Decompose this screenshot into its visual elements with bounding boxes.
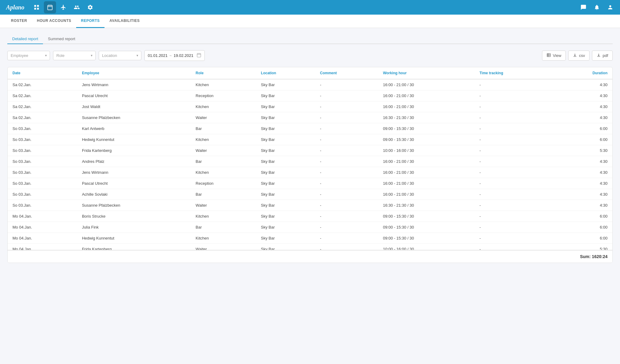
cell-role: Bar — [191, 156, 256, 167]
cell-employee: Susanne Pfalzbecken — [77, 200, 191, 211]
table-row: Mo 04.Jan.Frida KartenbergWaiterSky Bar-… — [8, 244, 612, 250]
cell-date: So 03.Jan. — [8, 134, 77, 145]
cell-date: Sa 02.Jan. — [8, 79, 77, 90]
pdf-button[interactable]: pdf — [592, 51, 613, 61]
cell-time-tracking: - — [475, 233, 554, 244]
cell-working-hour: 16:30 - 21:30 / 30 — [378, 112, 475, 123]
cell-working-hour: 09:00 - 15:30 / 30 — [378, 134, 475, 145]
view-button[interactable]: View — [542, 51, 566, 61]
cell-role: Bar — [191, 222, 256, 233]
svg-rect-12 — [547, 54, 551, 57]
date-from: 01.01.2021 — [148, 53, 168, 58]
cell-location: Sky Bar — [256, 156, 315, 167]
subnav-availabilities[interactable]: Availabilities — [105, 15, 144, 28]
report-tabs: Detailed report Summed report — [7, 34, 613, 44]
cell-employee: Julia Fink — [77, 222, 191, 233]
col-comment[interactable]: Comment — [315, 67, 378, 79]
table-row: So 03.Jan.Karl AntwerbBarSky Bar-09:00 -… — [8, 123, 612, 134]
cell-employee: Andres Pfalz — [77, 156, 191, 167]
cell-duration: 6:00 — [554, 134, 613, 145]
cell-employee: Pascal Utrecht — [77, 90, 191, 101]
cell-location: Sky Bar — [256, 112, 315, 123]
settings-icon[interactable] — [84, 1, 96, 13]
table-row: So 03.Jan.Pascal UtrechtReceptionSky Bar… — [8, 178, 612, 189]
col-working-hour[interactable]: Working hour — [378, 67, 475, 79]
location-filter-wrap: Location — [99, 51, 141, 60]
role-filter-wrap: Role — [53, 51, 96, 60]
cell-location: Sky Bar — [256, 189, 315, 200]
location-filter[interactable]: Location — [99, 51, 141, 60]
table-body: Sa 02.Jan.Jens WirtmannKitchenSky Bar-16… — [8, 79, 612, 250]
people-icon[interactable] — [71, 1, 83, 13]
view-icon — [547, 53, 551, 58]
chat-icon[interactable] — [577, 1, 590, 13]
cell-role: Kitchen — [191, 101, 256, 112]
cell-employee: Frida Kartenberg — [77, 145, 191, 156]
subnav-reports[interactable]: Reports — [76, 15, 105, 28]
cell-working-hour: 09:00 - 15:30 / 30 — [378, 123, 475, 134]
cell-comment: - — [315, 244, 378, 250]
csv-icon — [573, 53, 577, 58]
top-navigation: Aplano — [0, 0, 620, 15]
csv-button[interactable]: csv — [568, 51, 590, 61]
table-row: Mo 04.Jan.Boris StruckeKitchenSky Bar-09… — [8, 211, 612, 222]
col-duration[interactable]: Duration — [554, 67, 613, 79]
cell-time-tracking: - — [475, 101, 554, 112]
cell-comment: - — [315, 79, 378, 90]
tab-summed-report[interactable]: Summed report — [43, 34, 80, 44]
col-role[interactable]: Role — [191, 67, 256, 79]
table-scroll-area[interactable]: Date Employee Role Location Comment Work… — [8, 67, 612, 250]
subnav-hour-accounts[interactable]: Hour Accounts — [32, 15, 76, 28]
grid-icon[interactable] — [30, 1, 43, 13]
tab-detailed-report[interactable]: Detailed report — [7, 34, 43, 44]
table-row: Sa 02.Jan.Susanne PfalzbeckenWaiterSky B… — [8, 112, 612, 123]
cell-role: Kitchen — [191, 211, 256, 222]
employee-filter[interactable]: Employee — [7, 51, 50, 60]
table-footer: Sum: 1620:24 — [8, 250, 612, 263]
cell-employee: Susanne Pfalzbecken — [77, 112, 191, 123]
date-separator: ~ — [169, 53, 172, 58]
cell-working-hour: 09:00 - 15:30 / 30 — [378, 211, 475, 222]
cell-time-tracking: - — [475, 79, 554, 90]
cell-date: Mo 04.Jan. — [8, 211, 77, 222]
bell-icon[interactable] — [591, 1, 603, 13]
cell-time-tracking: - — [475, 134, 554, 145]
table-row: So 03.Jan.Jens WirtmannKitchenSky Bar-16… — [8, 167, 612, 178]
cell-time-tracking: - — [475, 189, 554, 200]
cell-duration: 5:30 — [554, 244, 613, 250]
col-date[interactable]: Date — [8, 67, 77, 79]
col-time-tracking[interactable]: Time tracking — [475, 67, 554, 79]
date-range-picker[interactable]: 01.01.2021 ~ 19.02.2021 — [144, 50, 205, 61]
cell-duration: 4:30 — [554, 90, 613, 101]
calendar-icon[interactable] — [44, 1, 56, 13]
table-row: So 03.Jan.Susanne PfalzbeckenWaiterSky B… — [8, 200, 612, 211]
col-employee[interactable]: Employee — [77, 67, 191, 79]
cell-duration: 4:30 — [554, 101, 613, 112]
cell-date: So 03.Jan. — [8, 178, 77, 189]
view-label: View — [553, 53, 561, 58]
col-location[interactable]: Location — [256, 67, 315, 79]
cell-working-hour: 09:00 - 15:30 / 30 — [378, 222, 475, 233]
cell-duration: 6:00 — [554, 123, 613, 134]
cell-role: Kitchen — [191, 134, 256, 145]
cell-duration: 4:30 — [554, 79, 613, 90]
cell-duration: 6:00 — [554, 233, 613, 244]
svg-rect-3 — [37, 8, 39, 10]
cell-duration: 6:00 — [554, 222, 613, 233]
cell-date: Mo 04.Jan. — [8, 233, 77, 244]
cell-comment: - — [315, 233, 378, 244]
cell-comment: - — [315, 178, 378, 189]
plane-icon[interactable] — [57, 1, 69, 13]
user-icon[interactable] — [604, 1, 616, 13]
cell-duration: 4:30 — [554, 112, 613, 123]
date-to: 19.02.2021 — [174, 53, 193, 58]
cell-working-hour: 16:00 - 21:00 / 30 — [378, 79, 475, 90]
cell-role: Bar — [191, 123, 256, 134]
cell-duration: 4:30 — [554, 167, 613, 178]
subnav-roster[interactable]: Roster — [6, 15, 32, 28]
cell-date: So 03.Jan. — [8, 200, 77, 211]
cell-duration: 4:30 — [554, 189, 613, 200]
cell-working-hour: 10:00 - 16:00 / 30 — [378, 244, 475, 250]
role-filter[interactable]: Role — [53, 51, 96, 60]
cell-time-tracking: - — [475, 90, 554, 101]
